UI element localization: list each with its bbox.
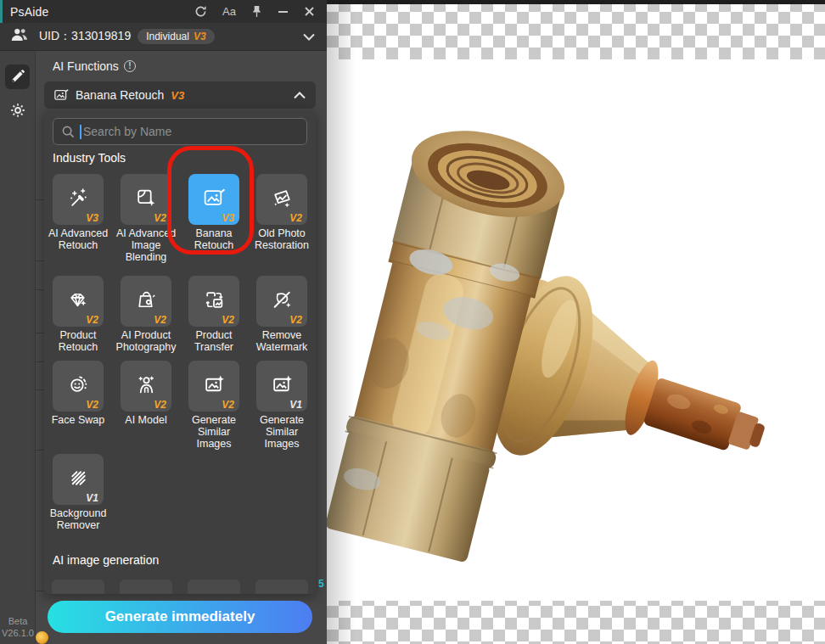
tool-remove-watermark[interactable]: V2 Remove Watermark (248, 276, 316, 353)
coin-icon (36, 631, 48, 644)
account-row[interactable]: UID：313019819 Individual V3 (0, 23, 327, 51)
tool-banana-retouch[interactable]: V3 Banana Retouch (180, 174, 248, 263)
partial-count-label: 5 (318, 578, 324, 590)
close-icon[interactable] (304, 6, 315, 17)
search-icon (62, 126, 75, 138)
search-box[interactable] (53, 118, 307, 145)
text-size-icon[interactable]: Aa (222, 5, 236, 18)
chevron-up-icon[interactable] (294, 87, 306, 103)
tool-ai-advanced-image-blending[interactable]: V2 AI Advanced Image Blending (112, 174, 180, 263)
magic-wand-icon (67, 187, 90, 213)
tool-product-transfer[interactable]: V2 Product Transfer (180, 276, 248, 353)
hatch-icon (67, 467, 90, 493)
similar-image-icon (271, 373, 294, 400)
psaide-window: PsAide Aa UID：313019819 Individual V3 (0, 0, 825, 644)
plan-badge: Individual V3 (138, 29, 214, 44)
chevron-down-icon[interactable] (303, 29, 315, 44)
minimize-icon[interactable] (278, 6, 289, 17)
swap-icon (203, 288, 226, 315)
pencil-icon (10, 70, 25, 84)
uid-label: UID：313019819 (39, 29, 131, 44)
tool-rail: Beta V26.1.0 (0, 51, 36, 644)
tool-background-remover[interactable]: V1 Background Remover (44, 454, 112, 531)
ai-functions-title: AI Functions (53, 59, 119, 73)
generation-tools-row (44, 580, 316, 594)
ai-image-generation-heading: AI image generation (53, 553, 159, 567)
titlebar: PsAide Aa (0, 0, 327, 23)
gem-icon (67, 288, 90, 315)
image-blend-icon (135, 187, 158, 213)
tool-tile-partial[interactable] (52, 580, 104, 594)
gear-icon (9, 102, 26, 119)
generate-button[interactable]: Generate immediately (48, 601, 312, 633)
photo-edit-icon (202, 187, 227, 212)
titlebar-accent (0, 0, 3, 23)
edit-tool-button[interactable] (5, 64, 30, 89)
settings-button[interactable] (9, 102, 26, 122)
tool-ai-model[interactable]: V2 AI Model (112, 361, 180, 450)
tool-ai-product-photography[interactable]: V2 AI Product Photography (112, 276, 180, 353)
plan-version: V3 (194, 31, 206, 42)
section-ai-functions: AI Functions ! (53, 59, 136, 73)
selected-function-label: Banana Retouch (76, 88, 164, 102)
tool-old-photo-restoration[interactable]: V2 Old Photo Restoration (248, 174, 316, 263)
text-caret (80, 125, 81, 139)
tool-tile-partial[interactable] (188, 580, 240, 594)
tool-ai-advanced-retouch[interactable]: V3 AI Advanced Retouch (44, 174, 112, 263)
old-photo-icon (271, 187, 294, 213)
search-input[interactable] (83, 125, 278, 138)
tool-generate-similar-images-v2[interactable]: V2 Generate Similar Images (180, 361, 248, 450)
valve-photo (327, 59, 825, 601)
face-icon (67, 373, 90, 400)
tool-tile-partial[interactable] (120, 580, 172, 594)
users-icon (10, 27, 29, 46)
person-sparkle-icon (135, 373, 158, 400)
shopping-bag-icon (135, 288, 158, 315)
industry-tools-heading: Industry Tools (53, 151, 126, 165)
refresh-icon[interactable] (194, 5, 207, 18)
similar-image-icon (203, 373, 226, 400)
document-canvas (327, 0, 825, 644)
no-watermark-icon (271, 288, 294, 315)
plugin-panel: PsAide Aa UID：313019819 Individual V3 (0, 0, 327, 644)
image-icon (54, 89, 69, 102)
function-dropdown-header[interactable]: Banana Retouch V3 (44, 81, 316, 109)
canvas-top-strip (327, 0, 825, 4)
tool-product-retouch[interactable]: V2 Product Retouch (44, 276, 112, 353)
functions-dropdown: Industry Tools V3 AI Advanced Retouch V2… (44, 110, 316, 594)
window-title: PsAide (10, 5, 49, 19)
tool-tile-partial[interactable] (255, 580, 308, 594)
tool-face-swap[interactable]: V2 Face Swap (44, 361, 112, 450)
tool-generate-similar-images-v1[interactable]: V1 Generate Similar Images (248, 361, 316, 450)
panel-edge-shadow (327, 4, 356, 644)
selected-function-version: V3 (171, 89, 184, 102)
panel-content: AI Functions ! Banana Retouch V3 5 (36, 51, 327, 644)
pin-icon[interactable] (251, 5, 262, 18)
info-icon[interactable]: ! (124, 60, 136, 72)
version-label: Beta V26.1.0 (0, 615, 36, 639)
